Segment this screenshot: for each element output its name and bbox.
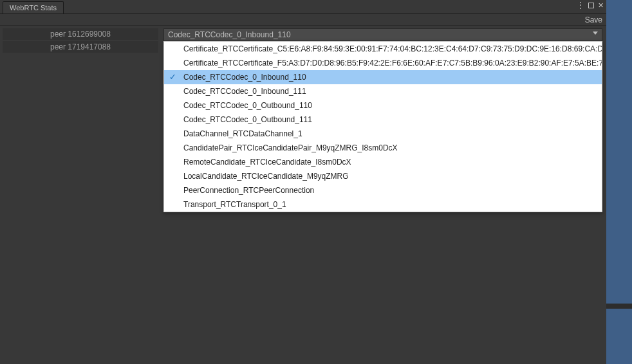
adjacent-panel-divider [606,304,632,309]
kebab-menu-icon[interactable] [577,1,584,9]
peer-label: peer 1719417088 [50,42,111,51]
option-label: Certificate_RTCCertificate_C5:E6:A8:F9:8… [183,44,602,53]
dropdown-option[interactable]: Certificate_RTCCertificate_F5:A3:D7:D0:D… [164,56,602,70]
option-label: Codec_RTCCodec_0_Outbound_111 [183,115,312,124]
adjacent-panel-edge [606,0,632,364]
stat-selector-dropdown: Certificate_RTCCertificate_C5:E6:A8:F9:8… [163,41,602,212]
panel-body: peer 1612699008 peer 1719417088 Codec_RT… [0,26,606,364]
option-label: Codec_RTCCodec_0_Outbound_110 [183,101,312,110]
option-label: CandidatePair_RTCIceCandidatePair_M9yqZM… [183,143,398,152]
option-label: DataChannel_RTCDataChannel_1 [183,129,302,138]
peer-item[interactable]: peer 1612699008 [3,28,158,40]
dropdown-option[interactable]: RemoteCandidate_RTCIceCandidate_I8sm0DcX [164,155,602,169]
dropdown-option[interactable]: ✓ Codec_RTCCodec_0_Inbound_110 [164,70,602,84]
stat-selector-combobox[interactable]: Codec_RTCCodec_0_Inbound_110 [163,28,602,41]
option-label: Codec_RTCCodec_0_Inbound_110 [183,73,306,82]
option-label: Transport_RTCTransport_0_1 [183,200,286,209]
check-icon: ✓ [169,72,176,82]
combobox-value: Codec_RTCCodec_0_Inbound_110 [168,30,291,39]
dropdown-option[interactable]: Transport_RTCTransport_0_1 [164,197,602,212]
tab-label: WebRTC Stats [10,4,57,12]
maximize-icon[interactable] [588,3,594,8]
dropdown-option[interactable]: Codec_RTCCodec_0_Inbound_111 [164,84,602,98]
option-label: Codec_RTCCodec_0_Inbound_111 [183,87,306,96]
dropdown-option[interactable]: Codec_RTCCodec_0_Outbound_111 [164,113,602,127]
dropdown-option[interactable]: DataChannel_RTCDataChannel_1 [164,127,602,141]
peer-item[interactable]: peer 1719417088 [3,41,158,53]
option-label: LocalCandidate_RTCIceCandidate_M9yqZMRG [183,172,349,181]
peer-label: peer 1612699008 [50,30,111,39]
peer-list: peer 1612699008 peer 1719417088 [0,26,161,364]
option-label: Certificate_RTCCertificate_F5:A3:D7:D0:D… [183,59,602,68]
dropdown-option[interactable]: CandidatePair_RTCIceCandidatePair_M9yqZM… [164,141,602,155]
option-label: PeerConnection_RTCPeerConnection [183,186,314,195]
webrtc-stats-panel: WebRTC Stats Save peer 1612699008 peer 1… [0,0,606,364]
option-label: RemoteCandidate_RTCIceCandidate_I8sm0DcX [183,158,351,167]
save-button[interactable]: Save [585,15,602,24]
dropdown-option[interactable]: Certificate_RTCCertificate_C5:E6:A8:F9:8… [164,42,602,56]
panel-tabbar: WebRTC Stats [0,0,606,14]
dropdown-option[interactable]: PeerConnection_RTCPeerConnection [164,183,602,197]
stats-main-area: Codec_RTCCodec_0_Inbound_110 Certificate… [161,26,606,364]
close-icon[interactable] [598,1,604,9]
chevron-down-icon [593,32,598,35]
panel-toolbar: Save [0,14,606,26]
dropdown-option[interactable]: LocalCandidate_RTCIceCandidate_M9yqZMRG [164,169,602,183]
panel-window-controls [577,1,604,9]
tab-webrtc-stats[interactable]: WebRTC Stats [3,1,64,14]
dropdown-option[interactable]: Codec_RTCCodec_0_Outbound_110 [164,98,602,113]
